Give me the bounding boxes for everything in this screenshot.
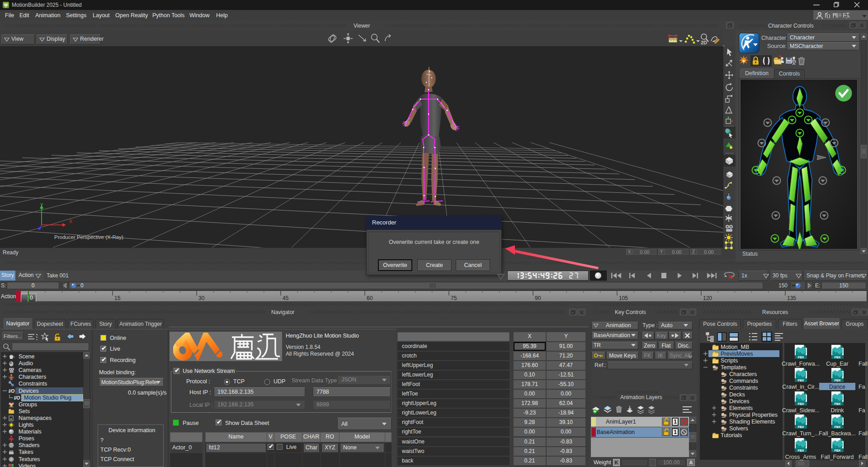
svg-text:FBX: FBX	[835, 449, 841, 452]
svg-text:FBX: FBX	[835, 356, 841, 359]
svg-text:60: 60	[367, 295, 373, 301]
svg-text:2D: 2D	[701, 40, 707, 45]
svg-text:45: 45	[283, 295, 289, 301]
svg-text:a: a	[10, 417, 12, 421]
svg-text:MB: MB	[5, 6, 7, 8]
svg-text:105: 105	[619, 295, 628, 301]
svg-text:120: 120	[703, 295, 712, 301]
svg-text:Y: Y	[40, 203, 43, 208]
svg-text:FBX: FBX	[798, 379, 804, 382]
svg-text:I/O: I/O	[14, 396, 20, 400]
svg-text:FBX: FBX	[835, 402, 841, 405]
svg-text:FBX: FBX	[798, 402, 804, 405]
svg-text:FBX: FBX	[835, 425, 841, 429]
svg-text:FBX: FBX	[798, 449, 804, 452]
svg-text:I/O: I/O	[9, 389, 15, 394]
svg-text:75: 75	[451, 295, 457, 301]
svg-text:X: X	[69, 219, 72, 224]
svg-text:15: 15	[114, 295, 121, 301]
svg-text:135: 135	[787, 295, 796, 301]
svg-text:90: 90	[535, 295, 541, 301]
svg-text:FBX: FBX	[798, 356, 804, 359]
svg-text:FBX: FBX	[835, 379, 841, 382]
svg-text:FBX: FBX	[798, 425, 804, 429]
svg-text:30: 30	[198, 295, 205, 301]
